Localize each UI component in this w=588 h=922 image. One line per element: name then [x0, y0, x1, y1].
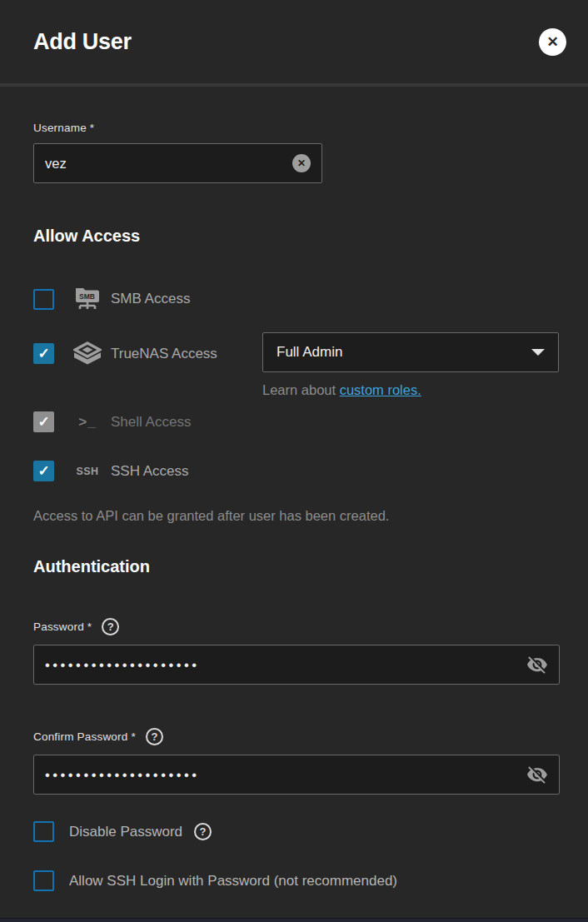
ssh-access-label: SSH Access: [111, 463, 189, 480]
password-masked-value: ••••••••••••••••••••: [45, 657, 526, 673]
ssh-access-row: ✓ SSH SSH Access: [33, 461, 560, 481]
dialog-header: Add User ✕: [0, 0, 588, 87]
disable-password-help-icon[interactable]: ?: [194, 823, 212, 840]
toggle-confirm-password-visibility-button[interactable]: [526, 764, 548, 785]
allow-ssh-login-row: ✓ Allow SSH Login with Password (not rec…: [33, 870, 560, 891]
disable-password-row: ✓ Disable Password ?: [33, 821, 560, 842]
chevron-down-icon: [531, 349, 545, 356]
smb-access-label: SMB Access: [111, 291, 190, 307]
shell-access-row: ✓ >_ Shell Access: [33, 411, 560, 432]
shell-icon: >_: [72, 414, 102, 431]
page-bottom-strip: [0, 918, 588, 922]
page-title: Add User: [33, 29, 132, 55]
confirm-password-help-icon[interactable]: ?: [146, 728, 163, 745]
username-input[interactable]: vez ✕: [33, 143, 322, 183]
learn-prefix: Learn about: [262, 382, 340, 397]
password-label: Password *: [33, 620, 92, 633]
truenas-access-label: TrueNAS Access: [111, 346, 217, 362]
ssh-access-checkbox[interactable]: ✓: [33, 461, 54, 481]
close-button[interactable]: ✕: [539, 28, 566, 56]
username-label: Username *: [33, 122, 94, 134]
role-select-value: Full Admin: [277, 344, 342, 361]
dialog-body: Username * vez ✕ Allow Access ✓ SMB SMB …: [0, 87, 588, 891]
allow-ssh-login-label: Allow SSH Login with Password (not recom…: [69, 873, 397, 890]
toggle-password-visibility-button[interactable]: [526, 654, 548, 675]
role-select[interactable]: Full Admin: [262, 332, 559, 372]
close-icon: ✕: [546, 35, 558, 49]
confirm-password-group: Confirm Password * ? •••••••••••••••••••…: [33, 728, 560, 795]
truenas-icon: [72, 341, 102, 366]
learn-about-line: Learn about custom roles.: [262, 382, 559, 398]
clear-icon: ✕: [297, 158, 306, 168]
password-help-icon[interactable]: ?: [102, 618, 119, 635]
ssh-icon: SSH: [72, 466, 102, 477]
username-value: vez: [45, 156, 292, 172]
confirm-password-input[interactable]: ••••••••••••••••••••: [33, 755, 560, 795]
truenas-access-row: ✓ TrueNAS Access Full Admin Lear: [33, 332, 560, 398]
password-group: Password * ? ••••••••••••••••••••: [33, 618, 560, 685]
smb-access-checkbox[interactable]: ✓: [33, 289, 54, 310]
confirm-password-label: Confirm Password *: [33, 730, 136, 743]
shell-access-checkbox: ✓: [33, 411, 54, 432]
smb-access-row: ✓ SMB SMB Access: [33, 286, 560, 312]
disable-password-checkbox[interactable]: ✓: [33, 821, 54, 842]
add-user-dialog: Add User ✕ Username * vez ✕ Allow Access…: [0, 0, 588, 922]
allow-access-heading: Allow Access: [33, 227, 560, 246]
smb-icon: SMB: [72, 286, 102, 312]
confirm-password-masked-value: ••••••••••••••••••••: [45, 767, 526, 783]
password-input[interactable]: ••••••••••••••••••••: [33, 645, 560, 685]
authentication-heading: Authentication: [33, 557, 560, 576]
svg-text:SMB: SMB: [79, 292, 95, 301]
eye-slash-icon: [526, 654, 548, 675]
api-access-note: Access to API can be granted after user …: [33, 508, 560, 524]
truenas-access-checkbox[interactable]: ✓: [33, 343, 54, 364]
disable-password-label: Disable Password: [69, 824, 182, 840]
allow-ssh-login-checkbox[interactable]: ✓: [33, 870, 54, 891]
clear-username-button[interactable]: ✕: [292, 154, 311, 172]
shell-access-label: Shell Access: [111, 414, 191, 431]
eye-slash-icon: [526, 764, 548, 785]
custom-roles-link[interactable]: custom roles.: [340, 382, 421, 397]
